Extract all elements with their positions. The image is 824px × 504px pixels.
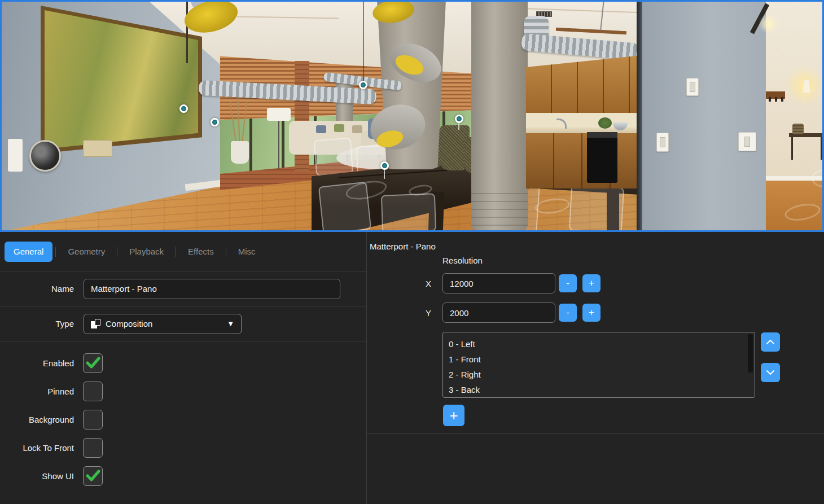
list-scrollbar[interactable] <box>748 334 753 396</box>
phone-jack <box>686 78 699 96</box>
list-item[interactable]: 2 - Right <box>449 367 755 382</box>
name-label: Name <box>0 284 74 293</box>
enabled-row: Enabled <box>0 349 366 377</box>
lock-to-front-row: Lock To Front <box>0 433 366 462</box>
show-ui-row: Show UI <box>0 462 366 490</box>
x-label: X <box>414 279 431 288</box>
enabled-checkbox[interactable] <box>83 353 103 373</box>
background-checkbox[interactable] <box>83 410 103 430</box>
inspector-tab-bar: General Geometry Playback Effects Misc <box>0 232 366 271</box>
lock-to-front-checkbox[interactable] <box>83 438 103 458</box>
hanging-rod <box>186 0 188 63</box>
planter-vase <box>231 141 249 164</box>
control-point[interactable] <box>380 161 389 170</box>
pinned-label: Pinned <box>0 387 74 396</box>
layer-list[interactable]: 0 - Left 1 - Front 2 - Right 3 - Back <box>442 332 755 398</box>
properties-panel: Matterport - Pano Resolution X - + Y - +… <box>367 232 824 504</box>
resolution-label: Resolution <box>442 256 483 265</box>
wall-plate <box>8 139 23 172</box>
coat-hook <box>775 97 777 102</box>
add-layer-button[interactable]: + <box>443 405 464 426</box>
control-point[interactable] <box>359 81 367 89</box>
dishwasher <box>587 132 617 183</box>
y-decrement-button[interactable]: - <box>559 304 577 322</box>
resolution-x-input[interactable] <box>442 273 555 293</box>
name-field-row: Name <box>0 271 366 306</box>
viewer-canvas[interactable] <box>0 0 824 232</box>
chevron-down-icon: ▼ <box>227 319 234 328</box>
properties-title: Matterport - Pano <box>370 242 436 251</box>
ghost-chair <box>314 138 353 176</box>
list-item[interactable]: 1 - Front <box>449 352 755 367</box>
pillow <box>334 124 344 132</box>
type-label: Type <box>0 319 74 328</box>
woven-basket <box>792 124 804 134</box>
pillow <box>352 125 362 133</box>
gray-partition-wall <box>642 0 766 232</box>
enabled-label: Enabled <box>0 358 74 368</box>
control-point[interactable] <box>179 104 188 113</box>
tab-misc[interactable]: Misc <box>226 247 268 256</box>
brick-pier <box>295 61 309 172</box>
floor-lamp-shade <box>267 108 291 121</box>
wall-corner-edge <box>637 0 642 232</box>
floor-lamp-pole <box>278 121 279 169</box>
control-point[interactable] <box>455 115 463 123</box>
column-texture-bands <box>471 186 528 232</box>
track-light-glow <box>759 14 779 34</box>
chevron-up-icon <box>766 339 775 345</box>
section-divider <box>367 433 824 434</box>
bench-leg <box>791 137 793 160</box>
background-row: Background <box>0 405 366 433</box>
checkmark-icon <box>86 357 100 369</box>
potted-plant <box>598 117 612 129</box>
ghost-chair <box>569 185 624 232</box>
coat-hook <box>769 97 771 102</box>
inspector-panel: General Geometry Playback Effects Misc N… <box>0 232 366 504</box>
list-scrollbar-thumb[interactable] <box>748 334 753 372</box>
bench-leg <box>821 137 822 160</box>
coat-rack <box>766 91 785 99</box>
tab-effects[interactable]: Effects <box>176 247 226 256</box>
show-ui-checkbox[interactable] <box>83 466 103 486</box>
light-switch-double <box>738 132 756 151</box>
application-window: General Geometry Playback Effects Misc N… <box>0 0 824 504</box>
control-point[interactable] <box>211 118 219 126</box>
checkbox-group: Enabled Pinned Background Lock To Front … <box>0 341 366 490</box>
x-decrement-button[interactable]: - <box>559 274 577 292</box>
chevron-down-icon <box>766 370 775 375</box>
type-field-row: Type Composition ▼ <box>0 306 366 341</box>
tab-general[interactable]: General <box>5 242 52 262</box>
lamp-cord <box>363 0 364 84</box>
list-item[interactable]: 3 - Back <box>449 382 755 397</box>
type-dropdown[interactable]: Composition ▼ <box>84 314 242 334</box>
lock-to-front-label: Lock To Front <box>0 443 74 453</box>
checkmark-icon <box>86 470 100 482</box>
name-input[interactable] <box>84 279 340 299</box>
thermostat <box>29 140 61 172</box>
move-down-button[interactable] <box>761 363 780 382</box>
pinned-row: Pinned <box>0 377 366 405</box>
kitchen-lower-cabinets <box>526 133 639 189</box>
tab-playback[interactable]: Playback <box>117 247 176 256</box>
show-ui-label: Show UI <box>0 471 74 481</box>
y-increment-button[interactable]: + <box>582 304 601 322</box>
resolution-y-input[interactable] <box>442 303 555 323</box>
x-increment-button[interactable]: + <box>582 274 601 292</box>
coat-hook <box>781 97 783 102</box>
y-label: Y <box>414 308 431 318</box>
type-dropdown-value: Composition <box>106 319 152 328</box>
ghost-chair <box>381 193 436 232</box>
tab-geometry[interactable]: Geometry <box>56 247 117 256</box>
pillow <box>316 125 326 133</box>
control-point-stem <box>384 170 385 179</box>
move-up-button[interactable] <box>761 332 780 352</box>
concrete-column-foreground <box>471 0 528 232</box>
composition-icon <box>91 319 101 329</box>
pinned-checkbox[interactable] <box>83 382 103 401</box>
list-item[interactable]: 0 - Left <box>449 336 755 352</box>
light-switch-panel <box>83 140 112 157</box>
light-switch-single <box>656 133 669 152</box>
control-point-stem <box>458 123 459 130</box>
background-label: Background <box>0 415 74 424</box>
